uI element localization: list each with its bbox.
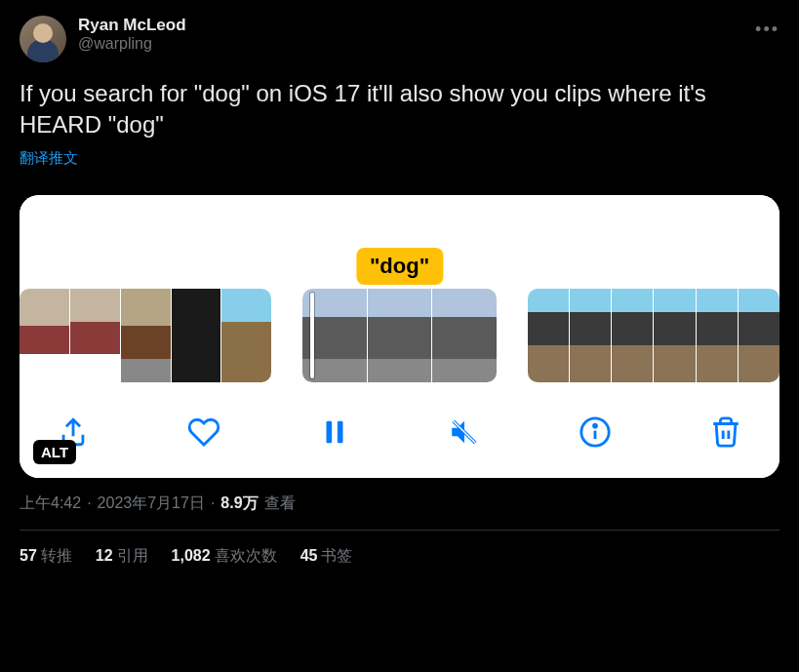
media-attachment[interactable]: "dog" (20, 195, 779, 478)
video-frame (612, 289, 653, 382)
video-frame (70, 289, 120, 382)
views-count: 8.9万 (220, 494, 258, 514)
pause-icon[interactable] (318, 415, 351, 449)
media-toolbar (20, 390, 779, 478)
translate-link[interactable]: 翻译推文 (20, 149, 78, 168)
video-frame (20, 289, 69, 382)
video-frame (697, 289, 738, 382)
mute-icon[interactable] (448, 415, 481, 449)
tweet-header: Ryan McLeod @warpling ••• (20, 16, 779, 62)
video-frame (432, 289, 497, 382)
heart-icon[interactable] (187, 415, 220, 449)
search-highlight-label: "dog" (356, 248, 443, 285)
tweet-time[interactable]: 上午4:42 (20, 494, 81, 514)
video-filmstrip (20, 289, 779, 390)
tweet-meta: 上午4:42 · 2023年7月17日 · 8.9万 查看 (20, 494, 779, 531)
avatar[interactable] (20, 16, 66, 62)
views-label: 查看 (264, 494, 296, 514)
retweets-stat[interactable]: 57转推 (20, 546, 72, 567)
meta-separator: · (87, 494, 91, 512)
svg-rect-1 (337, 420, 342, 443)
video-frame (221, 289, 271, 382)
playhead[interactable] (310, 293, 314, 378)
quotes-stat[interactable]: 12引用 (96, 546, 148, 567)
author-display-name: Ryan McLeod (78, 16, 186, 35)
clip-group[interactable] (528, 289, 779, 382)
video-frame (368, 289, 432, 382)
video-frame (172, 289, 221, 382)
tweet-stats: 57转推 12引用 1,082喜欢次数 45书签 (20, 531, 779, 567)
video-frame (570, 289, 611, 382)
clip-group[interactable] (302, 289, 497, 382)
tweet-text: If you search for "dog" on iOS 17 it'll … (20, 78, 779, 141)
tweet-date[interactable]: 2023年7月17日 (98, 494, 205, 514)
video-frame (739, 289, 779, 382)
trash-icon[interactable] (709, 415, 742, 449)
alt-badge[interactable]: ALT (33, 440, 76, 464)
video-frame (528, 289, 569, 382)
info-icon[interactable] (579, 415, 612, 449)
tweet-container: Ryan McLeod @warpling ••• If you search … (0, 0, 799, 582)
svg-rect-0 (326, 420, 332, 443)
clip-group[interactable] (20, 289, 271, 382)
video-frame (121, 289, 171, 382)
more-icon[interactable]: ••• (755, 20, 779, 40)
bookmarks-stat[interactable]: 45书签 (300, 546, 353, 567)
svg-point-6 (594, 424, 597, 427)
likes-stat[interactable]: 1,082喜欢次数 (172, 546, 277, 567)
video-frame (654, 289, 695, 382)
media-preview-top: "dog" (20, 195, 779, 289)
meta-separator: · (211, 494, 215, 512)
author-block[interactable]: Ryan McLeod @warpling (78, 16, 186, 53)
author-handle: @warpling (78, 35, 186, 53)
